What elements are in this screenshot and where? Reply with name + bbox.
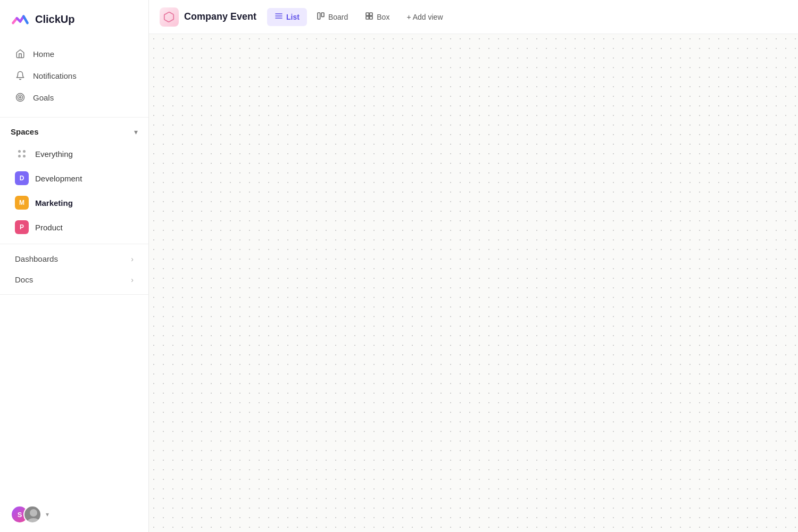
spaces-header[interactable]: Spaces ▾ bbox=[0, 122, 148, 142]
sidebar-bottom[interactable]: S ▾ bbox=[0, 497, 148, 532]
spaces-label: Spaces bbox=[11, 127, 39, 136]
everything-label: Everything bbox=[35, 149, 73, 159]
sidebar-item-product[interactable]: P Product bbox=[4, 215, 144, 239]
tab-box[interactable]: Box bbox=[358, 8, 397, 26]
logo-area[interactable]: ClickUp bbox=[0, 0, 148, 38]
sidebar-item-notifications[interactable]: Notifications bbox=[4, 65, 144, 86]
clickup-logo-icon bbox=[11, 10, 30, 29]
spaces-chevron-down-icon: ▾ bbox=[134, 128, 138, 136]
development-avatar: D bbox=[15, 171, 29, 185]
dashboards-label: Dashboards bbox=[15, 254, 58, 263]
sidebar-item-marketing[interactable]: M Marketing bbox=[4, 191, 144, 214]
everything-dots-icon bbox=[15, 147, 29, 161]
svg-rect-10 bbox=[366, 16, 369, 19]
goals-label: Goals bbox=[33, 93, 54, 102]
home-icon bbox=[15, 48, 26, 59]
dashboards-chevron-right-icon: › bbox=[131, 255, 134, 263]
sidebar-item-development[interactable]: D Development bbox=[4, 167, 144, 190]
sidebar-item-goals[interactable]: Goals bbox=[4, 87, 144, 108]
notifications-label: Notifications bbox=[33, 71, 77, 80]
divider-1 bbox=[0, 117, 148, 118]
avatar-group: S bbox=[11, 505, 41, 523]
tab-board-label: Board bbox=[328, 13, 348, 21]
add-view-button[interactable]: + Add view bbox=[399, 9, 450, 25]
sidebar-item-everything[interactable]: Everything bbox=[4, 142, 144, 165]
product-avatar: P bbox=[15, 220, 29, 234]
logo-text: ClickUp bbox=[35, 13, 74, 26]
main-canvas bbox=[149, 34, 798, 532]
svg-point-1 bbox=[18, 95, 23, 100]
docs-label: Docs bbox=[15, 275, 33, 284]
project-icon bbox=[160, 7, 179, 27]
add-view-label: + Add view bbox=[406, 13, 443, 21]
sidebar-item-dashboards[interactable]: Dashboards › bbox=[4, 249, 144, 269]
sidebar: ClickUp Home Notifications bbox=[0, 0, 149, 532]
main-content: Company Event List Board bbox=[149, 0, 798, 532]
svg-rect-11 bbox=[370, 16, 372, 19]
home-label: Home bbox=[33, 49, 54, 59]
tab-board[interactable]: Board bbox=[309, 8, 355, 26]
user-menu-chevron-icon[interactable]: ▾ bbox=[46, 511, 49, 518]
tab-list-label: List bbox=[286, 13, 300, 21]
sidebar-item-home[interactable]: Home bbox=[4, 43, 144, 64]
topbar: Company Event List Board bbox=[149, 0, 798, 34]
divider-2 bbox=[0, 244, 148, 244]
board-view-icon bbox=[317, 12, 325, 22]
tab-list[interactable]: List bbox=[267, 8, 307, 26]
user-avatar-secondary bbox=[23, 505, 41, 523]
svg-rect-6 bbox=[318, 13, 320, 19]
product-label: Product bbox=[35, 223, 63, 232]
project-title: Company Event bbox=[184, 11, 256, 22]
tab-box-label: Box bbox=[377, 13, 389, 21]
box-view-icon bbox=[365, 12, 373, 22]
marketing-label: Marketing bbox=[35, 198, 73, 207]
list-view-icon bbox=[275, 12, 283, 22]
docs-chevron-right-icon: › bbox=[131, 276, 134, 284]
svg-rect-7 bbox=[321, 13, 324, 16]
svg-rect-8 bbox=[366, 13, 369, 15]
svg-point-2 bbox=[20, 97, 21, 98]
bell-icon bbox=[15, 70, 26, 81]
development-label: Development bbox=[35, 174, 82, 183]
svg-rect-9 bbox=[370, 13, 372, 15]
divider-3 bbox=[0, 294, 148, 295]
goals-icon bbox=[15, 92, 26, 103]
marketing-avatar: M bbox=[15, 196, 29, 210]
sidebar-nav: Home Notifications Goals bbox=[0, 38, 148, 113]
sidebar-item-docs[interactable]: Docs › bbox=[4, 270, 144, 289]
